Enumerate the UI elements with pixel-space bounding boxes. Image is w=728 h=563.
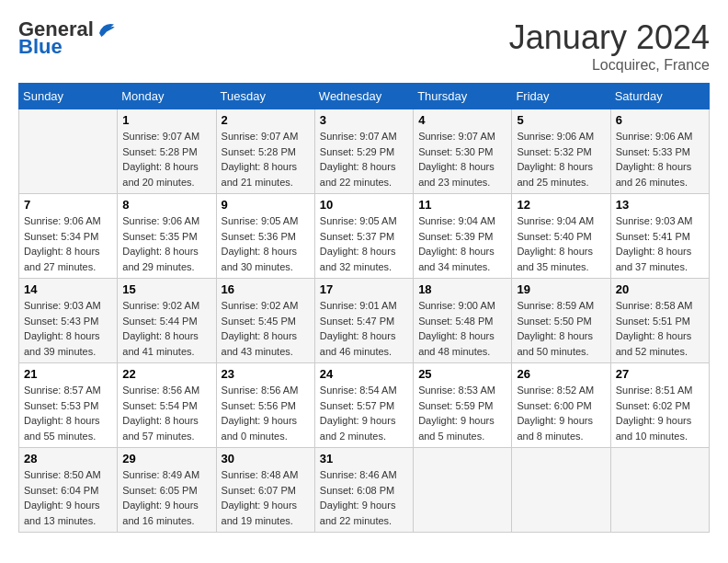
logo: General Blue bbox=[18, 18, 118, 57]
calendar-cell-w3-d2: 15Sunrise: 9:02 AMSunset: 5:44 PMDayligh… bbox=[118, 279, 216, 363]
day-info: Sunrise: 9:03 AMSunset: 5:43 PMDaylight:… bbox=[24, 298, 112, 359]
calendar-cell-w1-d4: 3Sunrise: 9:07 AMSunset: 5:29 PMDaylight… bbox=[314, 109, 413, 194]
calendar-cell-w4-d5: 25Sunrise: 8:53 AMSunset: 5:59 PMDayligh… bbox=[414, 363, 512, 448]
day-info: Sunrise: 8:48 AMSunset: 6:07 PMDaylight:… bbox=[222, 467, 310, 528]
day-number: 30 bbox=[222, 452, 310, 465]
day-number: 26 bbox=[517, 367, 605, 381]
day-number: 22 bbox=[122, 367, 210, 381]
day-info: Sunrise: 9:01 AMSunset: 5:47 PMDaylight:… bbox=[320, 298, 408, 359]
day-info: Sunrise: 8:51 AMSunset: 6:02 PMDaylight:… bbox=[616, 383, 704, 443]
day-info: Sunrise: 8:59 AMSunset: 5:50 PMDaylight:… bbox=[517, 298, 605, 359]
day-info: Sunrise: 9:02 AMSunset: 5:44 PMDaylight:… bbox=[122, 298, 210, 359]
day-info: Sunrise: 9:02 AMSunset: 5:45 PMDaylight:… bbox=[222, 298, 310, 359]
day-number: 23 bbox=[222, 367, 310, 381]
calendar-cell-w1-d5: 4Sunrise: 9:07 AMSunset: 5:30 PMDaylight… bbox=[414, 109, 512, 194]
day-info: Sunrise: 9:04 AMSunset: 5:40 PMDaylight:… bbox=[517, 213, 605, 274]
day-number: 9 bbox=[222, 198, 310, 212]
week-row-5: 28Sunrise: 8:50 AMSunset: 6:04 PMDayligh… bbox=[19, 448, 710, 533]
calendar-cell-w4-d2: 22Sunrise: 8:56 AMSunset: 5:54 PMDayligh… bbox=[118, 363, 216, 448]
day-number: 25 bbox=[418, 367, 506, 381]
day-info: Sunrise: 9:06 AMSunset: 5:33 PMDaylight:… bbox=[616, 129, 704, 190]
calendar-cell-w2-d6: 12Sunrise: 9:04 AMSunset: 5:40 PMDayligh… bbox=[512, 194, 610, 279]
header-thursday: Thursday bbox=[414, 84, 512, 109]
day-number: 11 bbox=[418, 198, 506, 212]
day-number: 8 bbox=[122, 198, 210, 212]
calendar-cell-w1-d6: 5Sunrise: 9:06 AMSunset: 5:32 PMDaylight… bbox=[512, 109, 610, 194]
day-number: 18 bbox=[418, 282, 506, 296]
calendar-cell-w2-d5: 11Sunrise: 9:04 AMSunset: 5:39 PMDayligh… bbox=[414, 194, 512, 279]
calendar-cell-w3-d5: 18Sunrise: 9:00 AMSunset: 5:48 PMDayligh… bbox=[414, 279, 512, 363]
day-info: Sunrise: 9:06 AMSunset: 5:35 PMDaylight:… bbox=[122, 213, 210, 274]
logo-blue-text: Blue bbox=[18, 37, 63, 57]
week-row-3: 14Sunrise: 9:03 AMSunset: 5:43 PMDayligh… bbox=[19, 279, 710, 363]
header-saturday: Saturday bbox=[610, 84, 709, 109]
calendar-cell-w5-d4: 31Sunrise: 8:46 AMSunset: 6:08 PMDayligh… bbox=[314, 448, 413, 533]
day-info: Sunrise: 8:56 AMSunset: 5:54 PMDaylight:… bbox=[122, 383, 210, 443]
day-number: 27 bbox=[616, 367, 704, 381]
location: Locquirec, France bbox=[509, 57, 710, 74]
day-number: 1 bbox=[122, 113, 210, 127]
day-info: Sunrise: 8:50 AMSunset: 6:04 PMDaylight:… bbox=[24, 467, 112, 528]
calendar-cell-w4-d1: 21Sunrise: 8:57 AMSunset: 5:53 PMDayligh… bbox=[19, 363, 118, 448]
calendar-cell-w4-d3: 23Sunrise: 8:56 AMSunset: 5:56 PMDayligh… bbox=[216, 363, 314, 448]
day-info: Sunrise: 8:54 AMSunset: 5:57 PMDaylight:… bbox=[320, 383, 408, 443]
month-title: January 2024 bbox=[509, 18, 710, 57]
header-wednesday: Wednesday bbox=[314, 84, 413, 109]
day-number: 14 bbox=[24, 282, 112, 296]
calendar-cell-w2-d7: 13Sunrise: 9:03 AMSunset: 5:41 PMDayligh… bbox=[610, 194, 709, 279]
calendar-cell-w4-d6: 26Sunrise: 8:52 AMSunset: 6:00 PMDayligh… bbox=[512, 363, 610, 448]
week-row-4: 21Sunrise: 8:57 AMSunset: 5:53 PMDayligh… bbox=[19, 363, 710, 448]
day-info: Sunrise: 9:06 AMSunset: 5:34 PMDaylight:… bbox=[24, 213, 112, 274]
day-info: Sunrise: 8:56 AMSunset: 5:56 PMDaylight:… bbox=[222, 383, 310, 443]
day-number: 7 bbox=[24, 198, 112, 212]
calendar-cell-w1-d1 bbox=[19, 109, 118, 194]
calendar-cell-w5-d6 bbox=[512, 448, 610, 533]
header-tuesday: Tuesday bbox=[216, 84, 314, 109]
calendar-cell-w2-d1: 7Sunrise: 9:06 AMSunset: 5:34 PMDaylight… bbox=[19, 194, 118, 279]
day-info: Sunrise: 8:58 AMSunset: 5:51 PMDaylight:… bbox=[616, 298, 704, 359]
day-info: Sunrise: 9:04 AMSunset: 5:39 PMDaylight:… bbox=[418, 213, 506, 274]
calendar-table: SundayMondayTuesdayWednesdayThursdayFrid… bbox=[18, 83, 710, 533]
calendar-header-row: SundayMondayTuesdayWednesdayThursdayFrid… bbox=[19, 84, 710, 109]
day-number: 20 bbox=[616, 282, 704, 296]
day-number: 10 bbox=[320, 198, 408, 212]
page-header: General Blue January 2024 Locquirec, Fra… bbox=[18, 18, 710, 74]
day-number: 4 bbox=[418, 113, 506, 127]
header-friday: Friday bbox=[512, 84, 610, 109]
calendar-cell-w5-d2: 29Sunrise: 8:49 AMSunset: 6:05 PMDayligh… bbox=[118, 448, 216, 533]
calendar-cell-w4-d7: 27Sunrise: 8:51 AMSunset: 6:02 PMDayligh… bbox=[610, 363, 709, 448]
header-sunday: Sunday bbox=[19, 84, 118, 109]
week-row-2: 7Sunrise: 9:06 AMSunset: 5:34 PMDaylight… bbox=[19, 194, 710, 279]
day-info: Sunrise: 9:07 AMSunset: 5:28 PMDaylight:… bbox=[122, 129, 210, 190]
calendar-cell-w2-d2: 8Sunrise: 9:06 AMSunset: 5:35 PMDaylight… bbox=[118, 194, 216, 279]
day-info: Sunrise: 8:46 AMSunset: 6:08 PMDaylight:… bbox=[320, 467, 408, 528]
day-number: 5 bbox=[517, 113, 605, 127]
day-number: 19 bbox=[517, 282, 605, 296]
calendar-cell-w5-d1: 28Sunrise: 8:50 AMSunset: 6:04 PMDayligh… bbox=[19, 448, 118, 533]
day-info: Sunrise: 9:05 AMSunset: 5:36 PMDaylight:… bbox=[222, 213, 310, 274]
day-number: 6 bbox=[616, 113, 704, 127]
day-info: Sunrise: 9:06 AMSunset: 5:32 PMDaylight:… bbox=[517, 129, 605, 190]
calendar-cell-w5-d5 bbox=[414, 448, 512, 533]
day-info: Sunrise: 9:03 AMSunset: 5:41 PMDaylight:… bbox=[616, 213, 704, 274]
calendar-cell-w4-d4: 24Sunrise: 8:54 AMSunset: 5:57 PMDayligh… bbox=[314, 363, 413, 448]
day-info: Sunrise: 9:07 AMSunset: 5:29 PMDaylight:… bbox=[320, 129, 408, 190]
day-number: 29 bbox=[122, 452, 210, 465]
day-info: Sunrise: 8:53 AMSunset: 5:59 PMDaylight:… bbox=[418, 383, 506, 443]
day-number: 24 bbox=[320, 367, 408, 381]
title-block: January 2024 Locquirec, France bbox=[509, 18, 710, 74]
calendar-cell-w2-d3: 9Sunrise: 9:05 AMSunset: 5:36 PMDaylight… bbox=[216, 194, 314, 279]
day-info: Sunrise: 9:00 AMSunset: 5:48 PMDaylight:… bbox=[418, 298, 506, 359]
calendar-cell-w1-d2: 1Sunrise: 9:07 AMSunset: 5:28 PMDaylight… bbox=[118, 109, 216, 194]
day-number: 3 bbox=[320, 113, 408, 127]
calendar-cell-w1-d3: 2Sunrise: 9:07 AMSunset: 5:28 PMDaylight… bbox=[216, 109, 314, 194]
day-number: 15 bbox=[122, 282, 210, 296]
day-number: 28 bbox=[24, 452, 112, 465]
day-number: 2 bbox=[222, 113, 310, 127]
calendar-cell-w5-d3: 30Sunrise: 8:48 AMSunset: 6:07 PMDayligh… bbox=[216, 448, 314, 533]
calendar-cell-w3-d6: 19Sunrise: 8:59 AMSunset: 5:50 PMDayligh… bbox=[512, 279, 610, 363]
day-number: 13 bbox=[616, 198, 704, 212]
calendar-cell-w3-d3: 16Sunrise: 9:02 AMSunset: 5:45 PMDayligh… bbox=[216, 279, 314, 363]
day-info: Sunrise: 8:52 AMSunset: 6:00 PMDaylight:… bbox=[517, 383, 605, 443]
day-number: 12 bbox=[517, 198, 605, 212]
